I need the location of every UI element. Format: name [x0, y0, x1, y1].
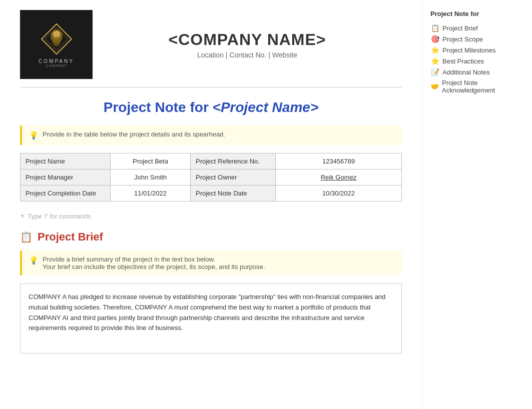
- sidebar-item-best-practices[interactable]: ⭐ Best Practices: [430, 56, 524, 66]
- table-cell: 123456789: [276, 154, 402, 170]
- logo-text-label: COMPANY: [39, 58, 74, 64]
- command-placeholder-text: Type '/' for commands: [28, 212, 91, 220]
- project-brief-content: COMPANY A has pledged to increase revenu…: [29, 293, 385, 332]
- company-details: Location | Contact No. | Website: [93, 51, 402, 59]
- table-cell: Project Note Date: [191, 186, 276, 202]
- sidebar-label-project-scope: Project Scope: [442, 36, 483, 43]
- hint-line2: Your brief can include the objectives of…: [43, 263, 265, 270]
- sidebar-title: Project Note for: [430, 10, 524, 18]
- command-placeholder[interactable]: + Type '/' for commands: [20, 210, 402, 222]
- plus-icon: +: [20, 212, 25, 220]
- logo-diamond: [39, 22, 74, 56]
- page-title-text: Project Note for <Project Name>: [104, 100, 318, 115]
- hint-text-1: Provide in the table below the project d…: [43, 130, 225, 138]
- table-cell: Project Name: [21, 154, 111, 170]
- sidebar-item-project-milestones[interactable]: ⭐ Project Milestones: [430, 44, 524, 56]
- page-title-italic: <Project Name>: [213, 100, 319, 115]
- table-cell: Reik Gomez: [276, 170, 402, 186]
- table-cell: John Smith: [111, 170, 191, 186]
- page-title: Project Note for <Project Name>: [20, 100, 402, 116]
- table-cell: Project Reference No.: [191, 154, 276, 170]
- sidebar-icon-acknowledgement: 🤝: [430, 82, 439, 90]
- sidebar-label-project-milestones: Project Milestones: [442, 46, 495, 54]
- sidebar-item-project-scope[interactable]: 🎯 Project Scope: [430, 34, 524, 44]
- hint-line1: Provide a brief summary of the project i…: [43, 256, 265, 263]
- hint-icon-1: 💡: [29, 131, 39, 140]
- sidebar-icon-best-practices: ⭐: [430, 57, 439, 65]
- sidebar-icon-project-scope: 🎯: [430, 35, 439, 43]
- project-owner-value: Reik Gomez: [321, 174, 357, 181]
- hint-icon-2: 💡: [29, 256, 39, 265]
- main-content: COMPANY COMPANY <COMPANY NAME> Location …: [0, 0, 422, 409]
- sidebar-item-additional-notes[interactable]: 📝 Additional Notes: [430, 66, 524, 78]
- project-brief-title: Project Brief: [38, 230, 103, 244]
- svg-point-6: [53, 36, 61, 46]
- sidebar-label-additional-notes: Additional Notes: [442, 68, 490, 76]
- company-info: <COMPANY NAME> Location | Contact No. | …: [93, 30, 402, 59]
- table-cell: 10/30/2022: [276, 186, 402, 202]
- logo-sub-label: COMPANY: [46, 64, 67, 68]
- sidebar-icon-project-brief: 📋: [430, 24, 439, 32]
- hint-box-2: 💡 Provide a brief summary of the project…: [20, 250, 402, 276]
- sidebar-label-best-practices: Best Practices: [442, 58, 484, 65]
- sidebar-label-acknowledgement: Project Note Acknowledgement: [442, 79, 524, 94]
- table-cell: 11/01/2022: [111, 186, 191, 202]
- sidebar-icon-project-milestones: ⭐: [430, 46, 439, 54]
- sidebar: Project Note for 📋 Project Brief 🎯 Proje…: [422, 0, 532, 409]
- project-table: Project Name Project Beta Project Refere…: [20, 153, 402, 202]
- table-cell: Project Beta: [111, 154, 191, 170]
- table-cell: Project Manager: [21, 170, 111, 186]
- hint-box-1: 💡 Provide in the table below the project…: [20, 126, 402, 145]
- hint-content-2: Provide a brief summary of the project i…: [43, 256, 265, 270]
- table-row: Project Manager John Smith Project Owner…: [21, 170, 402, 186]
- sidebar-label-project-brief: Project Brief: [442, 24, 478, 32]
- project-brief-heading: 📋 Project Brief: [20, 230, 402, 244]
- header-section: COMPANY COMPANY <COMPANY NAME> Location …: [20, 10, 402, 88]
- table-row: Project Name Project Beta Project Refere…: [21, 154, 402, 170]
- project-brief-icon: 📋: [20, 231, 33, 243]
- sidebar-icon-additional-notes: 📝: [430, 68, 439, 76]
- page-title-prefix: Project Note for: [104, 100, 213, 115]
- project-brief-textbox[interactable]: COMPANY A has pledged to increase revenu…: [20, 284, 402, 354]
- sidebar-item-acknowledgement[interactable]: 🤝 Project Note Acknowledgement: [430, 78, 524, 96]
- company-logo: COMPANY COMPANY: [20, 10, 93, 79]
- table-row: Project Completion Date 11/01/2022 Proje…: [21, 186, 402, 202]
- company-name: <COMPANY NAME>: [93, 30, 402, 49]
- table-cell: Project Owner: [191, 170, 276, 186]
- sidebar-item-project-brief[interactable]: 📋 Project Brief: [430, 22, 524, 34]
- table-cell: Project Completion Date: [21, 186, 111, 202]
